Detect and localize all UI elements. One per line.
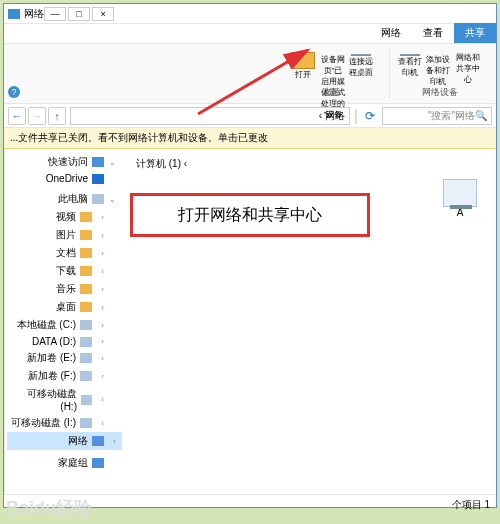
- folder-icon: [80, 266, 92, 276]
- ribbon-group-label-1: 网络设备: [422, 86, 458, 99]
- search-placeholder: 搜索"网络": [428, 109, 475, 123]
- network-icon: [92, 436, 104, 446]
- drive-icon: [80, 418, 92, 428]
- status-text: 1 个项目: [452, 498, 490, 512]
- sidebar-label: 视频: [56, 210, 76, 224]
- sidebar-item-documents[interactable]: ›文档: [7, 244, 122, 262]
- computer-item[interactable]: A: [430, 179, 490, 218]
- chevron-down-icon: ⌄: [108, 158, 116, 167]
- ribbon-remote-label: 连接远程桌面: [349, 56, 373, 78]
- drive-icon: [80, 371, 92, 381]
- app-icon: [8, 9, 20, 19]
- nav-sidebar: ⌄快速访问 OneDrive ⌄此电脑 ›视频 ›图片 ›文档 ›下载 ›音乐 …: [4, 149, 124, 494]
- refresh-button[interactable]: ⟳: [362, 109, 378, 123]
- sidebar-label: 新加卷 (E:): [27, 351, 76, 365]
- sidebar-item-desktop[interactable]: ›桌面: [7, 298, 122, 316]
- sidebar-label: 此电脑: [58, 192, 88, 206]
- sidebar-label: 下载: [56, 264, 76, 278]
- folder-icon: [80, 284, 92, 294]
- sidebar-label: DATA (D:): [32, 336, 76, 347]
- ribbon-open-button[interactable]: 打开: [289, 52, 317, 80]
- ribbon-sharing-center-label: 网络和共享中心: [454, 52, 482, 85]
- folder-icon: [80, 248, 92, 258]
- separator: |: [354, 107, 358, 125]
- sidebar-label: 桌面: [56, 300, 76, 314]
- drive-icon: [80, 320, 92, 330]
- info-bar[interactable]: 文件共享已关闭。看不到网络计算机和设备。单击已更改...: [4, 128, 496, 149]
- ribbon-add-device-label: 添加设备和打印机: [426, 54, 450, 87]
- sidebar-label: 本地磁盘 (C:): [17, 318, 76, 332]
- maximize-button[interactable]: □: [68, 7, 90, 21]
- search-icon: 🔍: [475, 110, 487, 121]
- sidebar-item-drive-d[interactable]: ›DATA (D:): [7, 334, 122, 349]
- chevron-down-icon: ⌄: [108, 195, 116, 204]
- sidebar-item-drive-h[interactable]: ›可移动磁盘 (H:): [7, 385, 122, 414]
- tab-file[interactable]: 共享: [454, 23, 496, 43]
- folder-icon: [80, 212, 92, 222]
- sidebar-item-homegroup[interactable]: 家庭组: [7, 454, 122, 472]
- close-button[interactable]: ×: [92, 7, 114, 21]
- sidebar-item-thispc[interactable]: ⌄此电脑: [7, 190, 122, 208]
- sidebar-item-network[interactable]: ›网络: [7, 432, 122, 450]
- ribbon-group-label-2: 选区: [322, 86, 340, 99]
- address-path-text: 网络 ›: [319, 109, 345, 123]
- back-button[interactable]: ←: [8, 107, 26, 125]
- sidebar-item-drive-i[interactable]: ›可移动磁盘 (I:): [7, 414, 122, 432]
- ribbon-sharing-center-button[interactable]: 网络和共享中心: [454, 52, 482, 80]
- window: × □ — 网络 共享 查看 网络 网络和共享中心 添加设备和打印机 查看打印机…: [3, 3, 497, 508]
- sidebar-label: 快速访问: [48, 155, 88, 169]
- search-input[interactable]: 🔍 搜索"网络": [382, 107, 492, 125]
- ribbon-open-label: 打开: [295, 69, 311, 80]
- sidebar-label: 网络: [68, 434, 88, 448]
- star-icon: [92, 157, 104, 167]
- sidebar-label: 音乐: [56, 282, 76, 296]
- sidebar-item-onedrive[interactable]: OneDrive: [7, 171, 122, 186]
- sidebar-item-drive-f[interactable]: ›新加卷 (F:): [7, 367, 122, 385]
- address-bar: 🔍 搜索"网络" ⟳ | 网络 › ↑ → ←: [4, 104, 496, 128]
- tab-view[interactable]: 查看: [412, 23, 454, 43]
- watermark: Baidu经验: [6, 496, 92, 520]
- sidebar-label: 新加卷 (F:): [28, 369, 76, 383]
- tab-network[interactable]: 网络: [370, 23, 412, 43]
- ribbon: 网络和共享中心 添加设备和打印机 查看打印机 网络设备 连接远程桌面 设备网页"…: [4, 44, 496, 104]
- sidebar-label: OneDrive: [46, 173, 88, 184]
- content-area: › 计算机 (1) A 打开网络和共享中心 ⌄快速访问 OneDrive ⌄此电…: [4, 149, 496, 494]
- sidebar-item-pictures[interactable]: ›图片: [7, 226, 122, 244]
- group-header[interactable]: › 计算机 (1): [130, 155, 490, 173]
- ribbon-remote-button[interactable]: 连接远程桌面: [349, 54, 373, 78]
- cloud-icon: [92, 174, 104, 184]
- sidebar-item-videos[interactable]: ›视频: [7, 208, 122, 226]
- ribbon-add-device-button[interactable]: 添加设备和打印机: [426, 54, 450, 78]
- address-path[interactable]: 网络 ›: [70, 107, 350, 125]
- titlebar: × □ — 网络: [4, 4, 496, 24]
- sidebar-item-music[interactable]: ›音乐: [7, 280, 122, 298]
- main-pane[interactable]: › 计算机 (1) A 打开网络和共享中心: [124, 149, 496, 494]
- pc-icon: [92, 194, 104, 204]
- folder-icon: [80, 302, 92, 312]
- homegroup-icon: [92, 458, 104, 468]
- sidebar-item-drive-c[interactable]: ›本地磁盘 (C:): [7, 316, 122, 334]
- forward-button[interactable]: →: [28, 107, 46, 125]
- ribbon-media-button[interactable]: 设备网页"已启用媒体流式处理的设备": [321, 54, 345, 78]
- monitor-icon: [443, 179, 477, 207]
- sidebar-label: 家庭组: [58, 456, 88, 470]
- sidebar-item-downloads[interactable]: ›下载: [7, 262, 122, 280]
- ribbon-tabs: 共享 查看 网络: [4, 24, 496, 44]
- help-button[interactable]: ?: [8, 86, 20, 98]
- minimize-button[interactable]: —: [44, 7, 66, 21]
- annotation-callout: 打开网络和共享中心: [130, 193, 370, 237]
- sidebar-label: 可移动磁盘 (H:): [11, 387, 77, 412]
- sidebar-item-quick[interactable]: ⌄快速访问: [7, 153, 122, 171]
- drive-icon: [80, 353, 92, 363]
- sidebar-label: 图片: [56, 228, 76, 242]
- folder-icon: [80, 230, 92, 240]
- ribbon-props-button[interactable]: 查看打印机: [398, 54, 422, 78]
- sidebar-label: 文档: [56, 246, 76, 260]
- sidebar-item-drive-e[interactable]: ›新加卷 (E:): [7, 349, 122, 367]
- ribbon-props-label: 查看打印机: [398, 56, 422, 78]
- drive-icon: [80, 337, 92, 347]
- window-title: 网络: [24, 7, 44, 21]
- sidebar-label: 可移动磁盘 (I:): [11, 416, 76, 430]
- drive-icon: [81, 395, 92, 405]
- up-button[interactable]: ↑: [48, 107, 66, 125]
